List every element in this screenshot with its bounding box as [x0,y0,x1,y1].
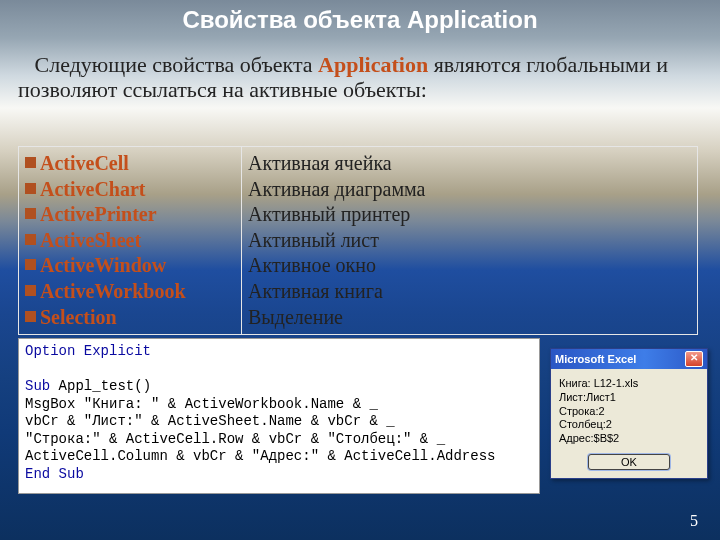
property-description: Выделение [248,305,691,331]
bullet-icon [25,311,36,322]
page-number: 5 [690,512,698,530]
message-box-title: Microsoft Excel [555,349,636,369]
code-line: "Строка:" & ActiveCell.Row & vbCr & "Сто… [25,431,445,447]
code-keyword: Option Explicit [25,343,151,359]
property-row: ActiveChart [25,177,235,203]
message-box-buttons: OK [551,450,707,478]
property-description: Активное окно [248,253,691,279]
code-line: ActiveCell.Column & vbCr & "Адрес:" & Ac… [25,448,495,464]
property-name: ActivePrinter [40,202,157,228]
property-row: ActiveWindow [25,253,235,279]
properties-column: ActiveCell ActiveChart ActivePrinter Act… [19,147,242,334]
intro-before: Следующие свойства объекта [35,52,319,77]
property-description: Активная книга [248,279,691,305]
code-line: vbCr & "Лист:" & ActiveSheet.Name & vbCr… [25,413,395,429]
properties-table: ActiveCell ActiveChart ActivePrinter Act… [18,146,698,335]
intro-highlight: Application [318,52,428,77]
property-description: Активная ячейка [248,151,691,177]
code-keyword: Sub [25,378,50,394]
property-row: ActiveCell [25,151,235,177]
property-name: ActiveCell [40,151,129,177]
vba-code-box: Option Explicit Sub Appl_test() MsgBox "… [18,338,540,494]
bullet-icon [25,234,36,245]
bullet-icon [25,208,36,219]
descriptions-column: Активная ячейка Активная диаграмма Актив… [242,147,697,334]
message-box-body: Книга: L12-1.xls Лист:Лист1 Строка:2 Сто… [551,369,707,450]
message-box-titlebar: Microsoft Excel ✕ [551,349,707,369]
code-line: MsgBox "Книга: " & ActiveWorkbook.Name &… [25,396,378,412]
property-name: ActiveChart [40,177,146,203]
property-row: ActivePrinter [25,202,235,228]
slide-title: Свойства объекта Application [0,6,720,34]
property-name: ActiveWorkbook [40,279,186,305]
close-icon[interactable]: ✕ [685,351,703,367]
intro-indent [18,52,35,77]
bullet-icon [25,285,36,296]
property-description: Активный принтер [248,202,691,228]
property-row: ActiveSheet [25,228,235,254]
slide: Свойства объекта Application Следующие с… [0,0,720,540]
property-description: Активный лист [248,228,691,254]
code-keyword: End Sub [25,466,84,482]
property-row: Selection [25,305,235,331]
intro-text: Следующие свойства объекта Application я… [18,52,698,103]
bullet-icon [25,259,36,270]
message-box: Microsoft Excel ✕ Книга: L12-1.xls Лист:… [550,348,708,479]
property-name: ActiveSheet [40,228,141,254]
bullet-icon [25,183,36,194]
property-name: Selection [40,305,117,331]
bullet-icon [25,157,36,168]
property-row: ActiveWorkbook [25,279,235,305]
ok-button[interactable]: OK [588,454,670,470]
property-name: ActiveWindow [40,253,166,279]
property-description: Активная диаграмма [248,177,691,203]
code-line: Appl_test() [50,378,151,394]
